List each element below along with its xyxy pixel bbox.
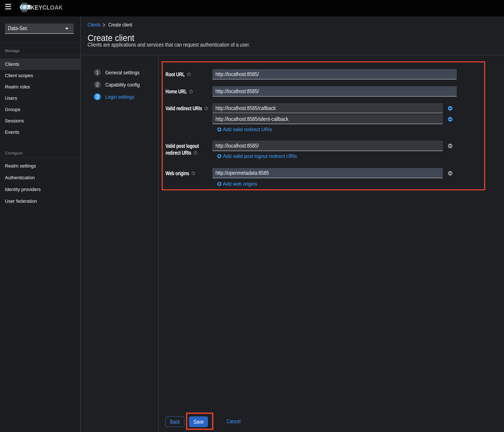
svg-text:KEYCLOAK: KEYCLOAK xyxy=(31,4,63,11)
